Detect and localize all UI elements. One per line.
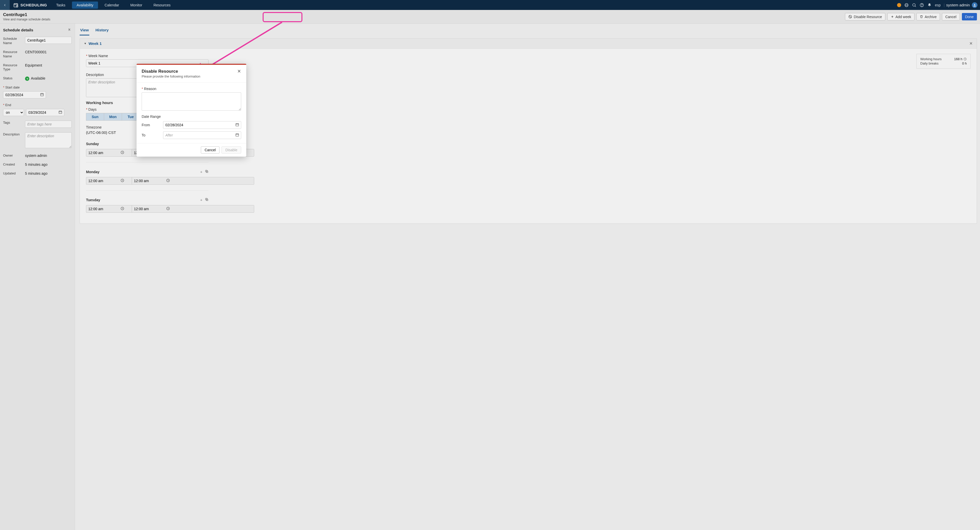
- disable-resource-button[interactable]: Disable Resource: [845, 13, 885, 21]
- week-card-header[interactable]: ▼ Week 1 ✕: [80, 38, 977, 49]
- user-icon: [973, 3, 977, 7]
- page-subtitle: View and manage schedule details: [3, 17, 50, 21]
- tuesday-add-button[interactable]: +: [200, 198, 202, 202]
- value-updated: 5 minutes ago: [25, 171, 72, 176]
- schedule-name-input[interactable]: [25, 37, 72, 44]
- disable-resource-modal: Disable Resource Please provide the foll…: [137, 64, 246, 157]
- tab-view[interactable]: View: [80, 27, 89, 35]
- search-button[interactable]: [912, 3, 916, 7]
- language-toggle[interactable]: esp: [935, 3, 941, 7]
- cancel-label: Cancel: [945, 15, 956, 19]
- start-date-input[interactable]: [3, 91, 46, 98]
- chevron-left-icon: [3, 3, 6, 7]
- modal-title: Disable Resource: [142, 69, 200, 74]
- archive-label: Archive: [924, 15, 937, 19]
- nav-tasks[interactable]: Tasks: [52, 2, 70, 9]
- page-title: Centrifuge1: [3, 12, 50, 17]
- value-status: Available: [31, 76, 45, 80]
- tuesday-copy-button[interactable]: [205, 198, 208, 202]
- search-icon: [912, 3, 916, 7]
- description-textarea[interactable]: [25, 132, 72, 148]
- monday-to-input[interactable]: [132, 177, 254, 185]
- modal-reason-textarea[interactable]: [142, 92, 241, 111]
- page-header: Centrifuge1 View and manage schedule det…: [0, 10, 980, 24]
- status-available-icon: [25, 76, 29, 81]
- notifications-button[interactable]: [927, 3, 932, 7]
- modal-label-reason: Reason: [142, 87, 241, 91]
- archive-button[interactable]: Archive: [916, 13, 940, 21]
- monday-copy-button[interactable]: [205, 170, 208, 174]
- modal-label-to: To: [142, 133, 163, 137]
- day-toggle-sun[interactable]: Sun: [86, 113, 104, 121]
- content-tabs: View History: [80, 27, 977, 36]
- clock-icon: [963, 57, 967, 61]
- globe-button[interactable]: [904, 3, 909, 7]
- help-button[interactable]: [920, 3, 924, 7]
- value-owner: system admin: [25, 154, 72, 158]
- modal-from-input[interactable]: [163, 121, 241, 129]
- svg-point-11: [922, 6, 922, 6]
- value-resource-name: CENT000001: [25, 50, 72, 59]
- svg-marker-18: [27, 78, 28, 80]
- label-end: End: [3, 103, 72, 107]
- nav-availability[interactable]: Availability: [72, 2, 98, 9]
- tuesday-to-input[interactable]: [132, 205, 254, 213]
- modal-to-input[interactable]: [163, 131, 241, 139]
- modal-cancel-button[interactable]: Cancel: [201, 146, 220, 154]
- back-button[interactable]: [0, 0, 10, 10]
- svg-line-14: [850, 16, 851, 17]
- module-title: SCHEDULING: [21, 3, 47, 7]
- modal-disable-button[interactable]: Disable: [221, 146, 241, 154]
- close-icon: [237, 69, 241, 73]
- modal-label-date-range: Date Range: [142, 114, 241, 119]
- copy-icon: [205, 198, 208, 201]
- username-label: system admin: [946, 3, 970, 7]
- collapse-sidebar-button[interactable]: [68, 28, 72, 32]
- status-indicator[interactable]: [897, 3, 901, 7]
- top-navbar: SCHEDULING Tasks Availability Calendar M…: [0, 0, 980, 10]
- label-updated: Updated: [3, 171, 25, 176]
- svg-point-8: [913, 3, 915, 6]
- module-title-block: SCHEDULING: [10, 3, 51, 8]
- done-label: Done: [965, 15, 974, 19]
- cancel-button[interactable]: Cancel: [942, 13, 960, 21]
- day-toggle-mon[interactable]: Mon: [104, 113, 122, 121]
- label-owner: Owner: [3, 154, 25, 158]
- modal-label-from: From: [142, 123, 163, 127]
- label-start-date: Start date: [3, 86, 72, 90]
- day-name-tuesday: Tuesday: [86, 198, 100, 202]
- user-menu[interactable]: system admin: [946, 2, 977, 8]
- label-description: Description: [3, 132, 25, 149]
- end-mode-select[interactable]: on: [3, 109, 24, 116]
- label-status: Status: [3, 76, 25, 81]
- collapse-left-icon: [68, 28, 72, 32]
- svg-point-12: [974, 4, 975, 5]
- value-created: 5 minutes ago: [25, 162, 72, 167]
- sidebar-section-title: Schedule details: [3, 28, 33, 32]
- monday-add-button[interactable]: +: [200, 170, 202, 174]
- nav-calendar[interactable]: Calendar: [100, 2, 124, 9]
- end-date-input[interactable]: [26, 109, 64, 116]
- day-name-sunday: Sunday: [86, 142, 99, 146]
- add-week-button[interactable]: Add week: [887, 13, 915, 21]
- label-created: Created: [3, 162, 25, 167]
- schedule-details-sidebar: Schedule details Schedule Name Resource …: [0, 24, 75, 530]
- tags-input[interactable]: [25, 121, 72, 128]
- bell-icon: [927, 3, 932, 7]
- stat-daily-breaks-label: Daily breaks: [920, 62, 939, 65]
- trash-icon: [920, 15, 923, 18]
- modal-subtitle: Please provide the following information: [142, 75, 200, 78]
- done-button[interactable]: Done: [962, 13, 977, 21]
- label-resource-name: Resource Name: [3, 50, 25, 59]
- scheduling-icon: [13, 3, 18, 8]
- label-week-name: Week Name: [86, 54, 904, 58]
- value-resource-type: Equipment: [25, 63, 72, 72]
- orange-dot-icon: [897, 3, 901, 7]
- modal-close-button[interactable]: [237, 69, 241, 74]
- nav-monitor[interactable]: Monitor: [126, 2, 147, 9]
- week-remove-button[interactable]: ✕: [969, 41, 973, 46]
- help-icon: [920, 3, 924, 7]
- nav-resources[interactable]: Resources: [149, 2, 175, 9]
- tab-history[interactable]: History: [95, 27, 109, 35]
- stat-daily-breaks-value: 0 h: [962, 62, 967, 65]
